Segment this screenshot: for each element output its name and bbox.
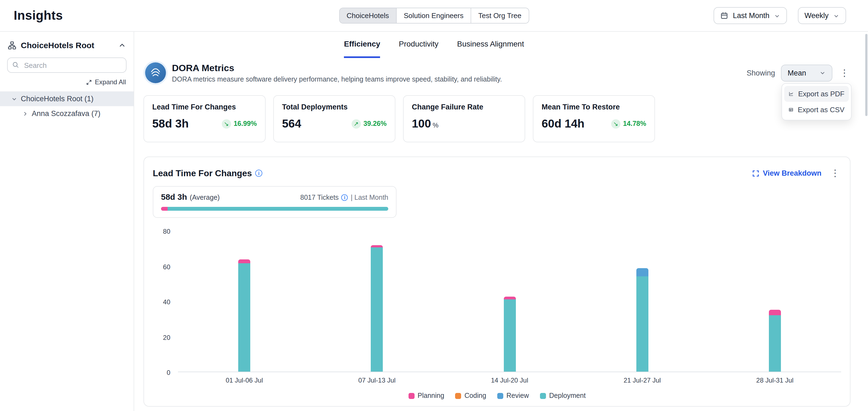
chart-summary-card: 58d 3h (Average) 8017 Tickets | Last Mon… <box>153 186 397 218</box>
y-axis: 020406080 <box>153 231 178 372</box>
export-pdf-menu-item[interactable]: Export as PDF <box>784 86 849 102</box>
mean-select[interactable]: Mean <box>781 64 832 81</box>
info-icon[interactable] <box>341 194 348 201</box>
dora-metrics-header: DORA Metrics DORA metrics measure softwa… <box>134 62 868 83</box>
chart-title: Lead Time For Changes <box>153 168 252 178</box>
chart-line-icon <box>788 90 794 98</box>
chart-column <box>311 231 443 372</box>
y-tick-label: 0 <box>167 369 170 377</box>
legend-item-planning[interactable]: Planning <box>408 392 444 400</box>
metric-title: Change Failure Rate <box>412 103 517 111</box>
bar-segment-planning <box>238 260 250 263</box>
legend-item-coding[interactable]: Coding <box>455 392 486 400</box>
metric-unit: % <box>433 122 438 129</box>
org-tab-test-org-tree[interactable]: Test Org Tree <box>471 8 529 23</box>
summary-progress-bar <box>161 207 388 211</box>
chevron-up-icon[interactable] <box>118 41 126 49</box>
legend-item-deployment[interactable]: Deployment <box>540 392 586 400</box>
y-tick-label: 80 <box>163 228 170 235</box>
export-csv-menu-item[interactable]: Export as CSV <box>784 102 849 118</box>
metric-value: 564 <box>282 117 301 130</box>
search-input[interactable] <box>7 58 126 73</box>
search-container <box>7 58 126 73</box>
stacked-bar[interactable] <box>769 310 781 372</box>
granularity-select[interactable]: Weekly <box>798 7 846 24</box>
chevron-right-icon <box>22 110 29 117</box>
trend-up-icon: ↗ <box>351 119 361 128</box>
dora-description: DORA metrics measure software delivery p… <box>172 75 502 83</box>
legend-swatch <box>455 393 461 399</box>
legend-swatch <box>497 393 503 399</box>
summary-bar-segment-planning <box>161 207 168 211</box>
summary-tickets: 8017 Tickets <box>300 194 339 201</box>
delta-percent: 14.78% <box>623 120 646 128</box>
tree-item-label: Anna Scozzafava (7) <box>32 109 100 118</box>
stacked-bar[interactable] <box>503 297 516 372</box>
legend-label: Review <box>506 392 529 400</box>
dora-controls: Showing Mean <box>747 64 850 81</box>
summary-bar-segment-deployment <box>168 207 388 211</box>
app-root: Insights ChoiceHotels Solution Engineers… <box>0 0 868 411</box>
metric-delta: ↗ 39.26% <box>351 119 386 128</box>
export-csv-label: Export as CSV <box>798 106 844 114</box>
tab-efficiency[interactable]: Efficiency <box>344 39 380 58</box>
legend-swatch <box>540 393 546 399</box>
tree-item-choicehotels-root[interactable]: ChoiceHotels Root (1) <box>0 92 134 106</box>
period-select[interactable]: Last Month <box>714 7 787 24</box>
org-tab-choicehotels[interactable]: ChoiceHotels <box>340 8 397 23</box>
legend-label: Deployment <box>549 392 586 400</box>
bar-segment-deployment <box>238 263 250 372</box>
dora-text: DORA Metrics DORA metrics measure softwa… <box>172 63 502 83</box>
scrollbar-thumb[interactable] <box>865 34 867 116</box>
sidebar: ChoiceHotels Root Expand All <box>0 32 134 411</box>
view-breakdown-label: View Breakdown <box>763 169 822 177</box>
legend-label: Planning <box>417 392 444 400</box>
bar-segment-planning <box>503 297 516 299</box>
bar-segment-deployment <box>503 299 516 372</box>
chevron-down-icon <box>819 69 826 76</box>
x-axis: 01 Jul-06 Jul07 Jul-13 Jul14 Jul-20 Jul2… <box>178 377 841 384</box>
chart-kebab-menu-button[interactable] <box>829 165 841 182</box>
metric-card-mean-time-restore: Mean Time To Restore 60d 14h ↘ 14.78% <box>533 95 655 142</box>
search-icon <box>12 61 19 68</box>
dora-kebab-menu-button[interactable] <box>838 64 850 81</box>
bar-chart: 020406080 01 Jul-06 Jul07 Jul-13 Jul14 J… <box>153 231 841 400</box>
chart-column <box>576 231 708 372</box>
metric-cards-row: Lead Time For Changes 58d 3h ↘ 16.99% To… <box>144 95 868 142</box>
tab-productivity[interactable]: Productivity <box>399 39 439 58</box>
metric-value: 60d 14h <box>541 117 584 130</box>
expand-icon <box>86 79 92 85</box>
stacked-bar[interactable] <box>636 268 648 372</box>
summary-period: | Last Month <box>351 194 388 201</box>
bar-segment-review <box>636 268 648 276</box>
export-menu: Export as PDF Export as CSV <box>781 83 851 121</box>
period-select-value: Last Month <box>733 11 769 20</box>
bar-segment-planning <box>769 310 781 315</box>
table-icon <box>788 106 793 114</box>
x-axis-label: 01 Jul-06 Jul <box>178 377 311 384</box>
metric-title: Lead Time For Changes <box>152 103 257 111</box>
metric-value: 58d 3h <box>152 117 189 130</box>
metric-value: 100 <box>412 117 431 130</box>
trend-down-icon: ↘ <box>221 119 231 128</box>
expand-all-button[interactable]: Expand All <box>0 78 126 86</box>
showing-label: Showing <box>747 69 775 77</box>
info-icon[interactable] <box>255 170 262 177</box>
legend-item-review[interactable]: Review <box>497 392 529 400</box>
tree-item-label: ChoiceHotels Root (1) <box>21 95 94 103</box>
main-tab-bar: Efficiency Productivity Business Alignme… <box>134 32 734 58</box>
stacked-bar[interactable] <box>371 245 383 372</box>
metric-title: Total Deployments <box>282 103 386 111</box>
dora-icon <box>145 62 166 83</box>
stacked-bar[interactable] <box>238 260 250 372</box>
x-axis-label: 28 Jul-31 Jul <box>709 377 841 384</box>
tab-business-alignment[interactable]: Business Alignment <box>457 39 524 58</box>
view-breakdown-button[interactable]: View Breakdown <box>752 169 822 177</box>
tree-item-anna-scozzafava[interactable]: Anna Scozzafava (7) <box>0 106 134 121</box>
metric-card-lead-time: Lead Time For Changes 58d 3h ↘ 16.99% <box>144 95 266 142</box>
x-axis-label: 21 Jul-27 Jul <box>576 377 708 384</box>
chart-column <box>443 231 576 372</box>
granularity-select-value: Weekly <box>804 11 829 20</box>
chevron-down-icon <box>11 96 18 102</box>
org-tab-solution-engineers[interactable]: Solution Engineers <box>397 8 471 23</box>
